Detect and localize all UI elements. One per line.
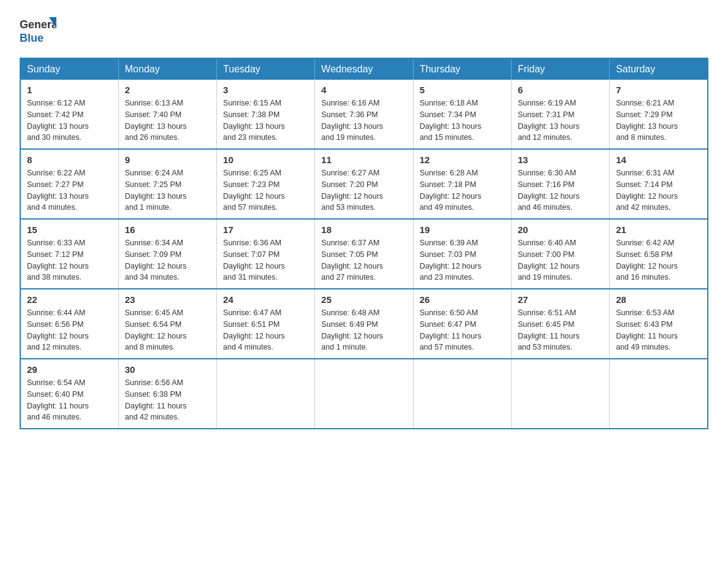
weekday-header-cell: Monday — [118, 58, 216, 80]
day-info: Sunrise: 6:25 AMSunset: 7:23 PMDaylight:… — [223, 169, 285, 212]
day-number: 10 — [223, 155, 308, 165]
calendar-day-cell: 21 Sunrise: 6:42 AMSunset: 6:58 PMDaylig… — [610, 219, 708, 289]
calendar-day-cell — [217, 359, 315, 429]
day-number: 18 — [321, 224, 406, 235]
logo-icon: General Blue — [20, 15, 56, 45]
calendar-day-cell: 19 Sunrise: 6:39 AMSunset: 7:03 PMDaylig… — [413, 219, 511, 289]
calendar-day-cell: 23 Sunrise: 6:45 AMSunset: 6:54 PMDaylig… — [118, 289, 216, 359]
day-info: Sunrise: 6:13 AMSunset: 7:40 PMDaylight:… — [125, 99, 187, 142]
calendar-day-cell — [315, 359, 413, 429]
day-info: Sunrise: 6:47 AMSunset: 6:51 PMDaylight:… — [223, 308, 285, 351]
svg-text:Blue: Blue — [20, 32, 44, 44]
calendar-day-cell: 9 Sunrise: 6:24 AMSunset: 7:25 PMDayligh… — [118, 149, 216, 219]
calendar-day-cell: 7 Sunrise: 6:21 AMSunset: 7:29 PMDayligh… — [610, 80, 708, 149]
day-number: 16 — [125, 224, 210, 235]
calendar-day-cell: 26 Sunrise: 6:50 AMSunset: 6:47 PMDaylig… — [413, 289, 511, 359]
calendar-table: SundayMondayTuesdayWednesdayThursdayFrid… — [20, 58, 708, 429]
day-info: Sunrise: 6:56 AMSunset: 6:38 PMDaylight:… — [125, 378, 187, 421]
calendar-day-cell: 12 Sunrise: 6:28 AMSunset: 7:18 PMDaylig… — [413, 149, 511, 219]
day-info: Sunrise: 6:53 AMSunset: 6:43 PMDaylight:… — [616, 308, 678, 351]
day-number: 5 — [420, 85, 505, 95]
calendar-week-row: 15 Sunrise: 6:33 AMSunset: 7:12 PMDaylig… — [20, 219, 708, 289]
calendar-day-cell: 28 Sunrise: 6:53 AMSunset: 6:43 PMDaylig… — [610, 289, 708, 359]
day-number: 25 — [321, 294, 406, 305]
calendar-week-row: 8 Sunrise: 6:22 AMSunset: 7:27 PMDayligh… — [20, 149, 708, 219]
weekday-header-cell: Tuesday — [217, 58, 315, 80]
calendar-day-cell: 13 Sunrise: 6:30 AMSunset: 7:16 PMDaylig… — [511, 149, 609, 219]
day-info: Sunrise: 6:12 AMSunset: 7:42 PMDaylight:… — [27, 99, 89, 142]
day-number: 3 — [223, 85, 308, 95]
weekday-header-cell: Thursday — [413, 58, 511, 80]
day-number: 7 — [616, 85, 701, 95]
day-number: 28 — [616, 294, 701, 305]
calendar-day-cell: 20 Sunrise: 6:40 AMSunset: 7:00 PMDaylig… — [511, 219, 609, 289]
calendar-day-cell: 17 Sunrise: 6:36 AMSunset: 7:07 PMDaylig… — [217, 219, 315, 289]
day-info: Sunrise: 6:45 AMSunset: 6:54 PMDaylight:… — [125, 308, 187, 351]
day-info: Sunrise: 6:15 AMSunset: 7:38 PMDaylight:… — [223, 99, 285, 142]
day-number: 8 — [27, 155, 112, 165]
day-info: Sunrise: 6:18 AMSunset: 7:34 PMDaylight:… — [420, 99, 482, 142]
calendar-day-cell: 11 Sunrise: 6:27 AMSunset: 7:20 PMDaylig… — [315, 149, 413, 219]
day-number: 17 — [223, 224, 308, 235]
weekday-header-cell: Friday — [511, 58, 609, 80]
day-number: 1 — [27, 85, 112, 95]
day-info: Sunrise: 6:44 AMSunset: 6:56 PMDaylight:… — [27, 308, 89, 351]
calendar-day-cell — [511, 359, 609, 429]
calendar-day-cell: 18 Sunrise: 6:37 AMSunset: 7:05 PMDaylig… — [315, 219, 413, 289]
day-info: Sunrise: 6:54 AMSunset: 6:40 PMDaylight:… — [27, 378, 89, 421]
weekday-header-cell: Wednesday — [315, 58, 413, 80]
day-info: Sunrise: 6:27 AMSunset: 7:20 PMDaylight:… — [321, 169, 383, 212]
day-number: 27 — [518, 294, 603, 305]
calendar-day-cell — [610, 359, 708, 429]
day-number: 24 — [223, 294, 308, 305]
day-number: 29 — [27, 364, 112, 375]
calendar-day-cell: 14 Sunrise: 6:31 AMSunset: 7:14 PMDaylig… — [610, 149, 708, 219]
day-number: 12 — [420, 155, 505, 165]
day-info: Sunrise: 6:30 AMSunset: 7:16 PMDaylight:… — [518, 169, 580, 212]
calendar-day-cell: 2 Sunrise: 6:13 AMSunset: 7:40 PMDayligh… — [118, 80, 216, 149]
day-info: Sunrise: 6:22 AMSunset: 7:27 PMDaylight:… — [27, 169, 89, 212]
day-number: 30 — [125, 364, 210, 375]
day-number: 19 — [420, 224, 505, 235]
day-info: Sunrise: 6:28 AMSunset: 7:18 PMDaylight:… — [420, 169, 482, 212]
day-number: 23 — [125, 294, 210, 305]
day-info: Sunrise: 6:48 AMSunset: 6:49 PMDaylight:… — [321, 308, 383, 351]
calendar-day-cell: 27 Sunrise: 6:51 AMSunset: 6:45 PMDaylig… — [511, 289, 609, 359]
day-number: 9 — [125, 155, 210, 165]
day-number: 21 — [616, 224, 701, 235]
calendar-day-cell: 25 Sunrise: 6:48 AMSunset: 6:49 PMDaylig… — [315, 289, 413, 359]
day-number: 20 — [518, 224, 603, 235]
calendar-week-row: 29 Sunrise: 6:54 AMSunset: 6:40 PMDaylig… — [20, 359, 708, 429]
day-number: 14 — [616, 155, 701, 165]
calendar-day-cell: 6 Sunrise: 6:19 AMSunset: 7:31 PMDayligh… — [511, 80, 609, 149]
day-number: 26 — [420, 294, 505, 305]
day-info: Sunrise: 6:39 AMSunset: 7:03 PMDaylight:… — [420, 239, 482, 282]
calendar-day-cell: 30 Sunrise: 6:56 AMSunset: 6:38 PMDaylig… — [118, 359, 216, 429]
day-info: Sunrise: 6:37 AMSunset: 7:05 PMDaylight:… — [321, 239, 383, 282]
weekday-header-cell: Saturday — [610, 58, 708, 80]
calendar-day-cell: 8 Sunrise: 6:22 AMSunset: 7:27 PMDayligh… — [20, 149, 118, 219]
weekday-header-cell: Sunday — [20, 58, 118, 80]
day-info: Sunrise: 6:42 AMSunset: 6:58 PMDaylight:… — [616, 239, 678, 282]
calendar-day-cell: 29 Sunrise: 6:54 AMSunset: 6:40 PMDaylig… — [20, 359, 118, 429]
day-info: Sunrise: 6:24 AMSunset: 7:25 PMDaylight:… — [125, 169, 187, 212]
day-number: 6 — [518, 85, 603, 95]
day-number: 11 — [321, 155, 406, 165]
svg-text:General: General — [20, 18, 56, 31]
calendar-day-cell: 16 Sunrise: 6:34 AMSunset: 7:09 PMDaylig… — [118, 219, 216, 289]
day-info: Sunrise: 6:16 AMSunset: 7:36 PMDaylight:… — [321, 99, 383, 142]
day-number: 15 — [27, 224, 112, 235]
calendar-day-cell: 5 Sunrise: 6:18 AMSunset: 7:34 PMDayligh… — [413, 80, 511, 149]
day-info: Sunrise: 6:40 AMSunset: 7:00 PMDaylight:… — [518, 239, 580, 282]
weekday-header-row: SundayMondayTuesdayWednesdayThursdayFrid… — [20, 58, 708, 80]
header: General Blue — [20, 15, 708, 48]
calendar-day-cell: 10 Sunrise: 6:25 AMSunset: 7:23 PMDaylig… — [217, 149, 315, 219]
day-info: Sunrise: 6:21 AMSunset: 7:29 PMDaylight:… — [616, 99, 678, 142]
day-info: Sunrise: 6:34 AMSunset: 7:09 PMDaylight:… — [125, 239, 187, 282]
day-info: Sunrise: 6:36 AMSunset: 7:07 PMDaylight:… — [223, 239, 285, 282]
day-info: Sunrise: 6:33 AMSunset: 7:12 PMDaylight:… — [27, 239, 89, 282]
calendar-day-cell: 15 Sunrise: 6:33 AMSunset: 7:12 PMDaylig… — [20, 219, 118, 289]
day-info: Sunrise: 6:19 AMSunset: 7:31 PMDaylight:… — [518, 99, 580, 142]
day-info: Sunrise: 6:51 AMSunset: 6:45 PMDaylight:… — [518, 308, 580, 351]
day-info: Sunrise: 6:31 AMSunset: 7:14 PMDaylight:… — [616, 169, 678, 212]
